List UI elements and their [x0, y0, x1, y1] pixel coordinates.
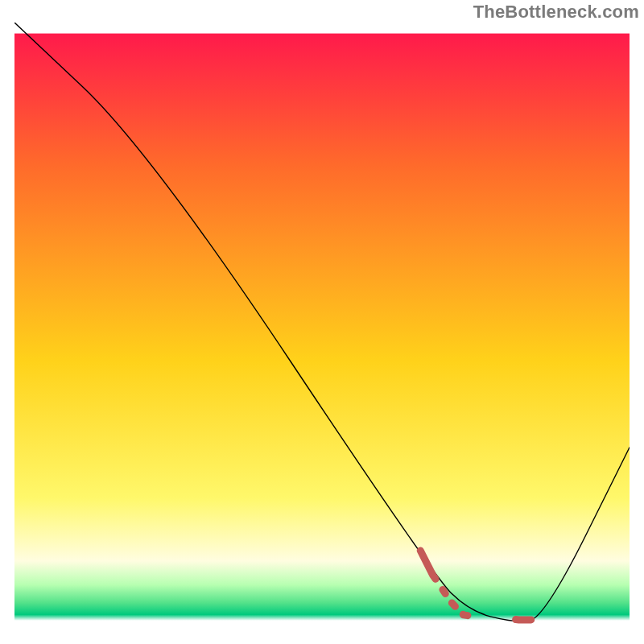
- plot-area: [14, 23, 630, 630]
- chart-container: TheBottleneck.com: [0, 0, 644, 644]
- gradient-background: [14, 34, 630, 630]
- watermark-label: TheBottleneck.com: [473, 2, 639, 23]
- chart-svg: [14, 23, 630, 630]
